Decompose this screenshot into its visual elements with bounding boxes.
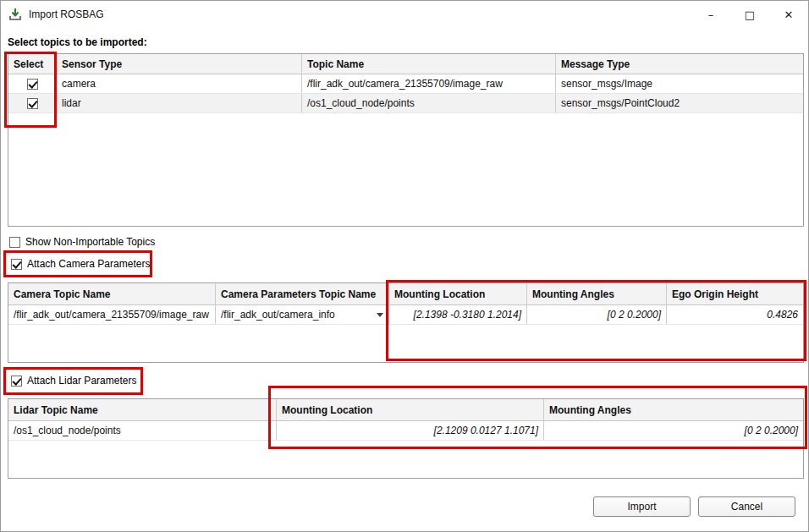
- show-non-importable-checkbox[interactable]: [9, 237, 20, 248]
- row-select-cell: [8, 94, 57, 112]
- camera-header-ego-origin-height[interactable]: Ego Origin Height: [667, 283, 803, 304]
- camera-params-topic-dropdown[interactable]: /flir_adk_out/camera_info: [216, 305, 389, 324]
- camera-table-header: Camera Topic Name Camera Parameters Topi…: [8, 283, 803, 305]
- table-row: /flir_adk_out/camera_21355709/image_raw …: [8, 305, 803, 325]
- table-row: /os1_cloud_node/points [2.1209 0.0127 1.…: [8, 421, 803, 441]
- topics-table-empty-area: [8, 113, 803, 226]
- topics-header-message-type[interactable]: Message Type: [556, 54, 803, 74]
- camera-mounting-location-cell[interactable]: [2.1398 -0.3180 1.2014]: [389, 305, 527, 324]
- camera-header-topic-name[interactable]: Camera Topic Name: [8, 283, 216, 304]
- sensor-type-cell: camera: [57, 74, 302, 93]
- window-title: Import ROSBAG: [29, 8, 104, 20]
- lidar-table-empty-area: [8, 441, 803, 478]
- camera-ego-origin-height-cell[interactable]: 0.4826: [667, 305, 803, 324]
- sensor-type-cell: lidar: [57, 94, 302, 112]
- attach-lidar-checkbox-row[interactable]: Attach Lidar Parameters: [11, 375, 136, 387]
- show-non-importable-label: Show Non-Importable Topics: [25, 236, 155, 248]
- maximize-button[interactable]: □: [730, 1, 769, 28]
- minimize-button[interactable]: –: [691, 1, 730, 28]
- attach-lidar-checkbox[interactable]: [11, 376, 22, 387]
- table-row[interactable]: camera /flir_adk_out/camera_21355709/ima…: [8, 74, 803, 94]
- import-rosbag-dialog: Import ROSBAG – □ ✕ Select topics to be …: [0, 0, 809, 532]
- attach-camera-checkbox-row[interactable]: Attach Camera Parameters: [11, 258, 150, 270]
- lidar-mounting-angles-cell[interactable]: [0 2 0.2000]: [544, 421, 803, 440]
- camera-header-mounting-angles[interactable]: Mounting Angles: [527, 283, 667, 304]
- lidar-table-header: Lidar Topic Name Mounting Location Mount…: [8, 399, 803, 421]
- message-type-cell: sensor_msgs/Image: [556, 74, 803, 93]
- attach-camera-checkbox[interactable]: [11, 259, 22, 270]
- topics-table: Select Sensor Type Topic Name Message Ty…: [8, 53, 804, 227]
- import-icon: [8, 8, 22, 21]
- row-select-cell: [8, 74, 57, 93]
- close-button[interactable]: ✕: [769, 1, 808, 28]
- camera-topic-cell: /flir_adk_out/camera_21355709/image_raw: [8, 305, 216, 324]
- lidar-params-table: Lidar Topic Name Mounting Location Mount…: [8, 398, 804, 479]
- topic-name-cell: /flir_adk_out/camera_21355709/image_raw: [302, 74, 556, 93]
- lidar-topic-cell: /os1_cloud_node/points: [8, 421, 277, 440]
- topic-name-cell: /os1_cloud_node/points: [302, 94, 556, 112]
- camera-header-mounting-location[interactable]: Mounting Location: [389, 283, 527, 304]
- lidar-mounting-location-cell[interactable]: [2.1209 0.0127 1.1071]: [277, 421, 544, 440]
- chevron-down-icon: [377, 313, 383, 317]
- show-non-importable-checkbox-row[interactable]: Show Non-Importable Topics: [9, 236, 155, 248]
- camera-params-table: Camera Topic Name Camera Parameters Topi…: [8, 282, 804, 363]
- cancel-button[interactable]: Cancel: [698, 496, 795, 517]
- topics-header-select[interactable]: Select: [8, 54, 57, 74]
- lidar-header-mounting-angles[interactable]: Mounting Angles: [544, 399, 803, 420]
- topics-header-topic-name[interactable]: Topic Name: [302, 54, 556, 74]
- topics-header-sensor-type[interactable]: Sensor Type: [57, 54, 302, 74]
- window-controls: – □ ✕: [691, 1, 808, 28]
- import-button[interactable]: Import: [593, 496, 691, 517]
- titlebar: Import ROSBAG – □ ✕: [1, 1, 808, 28]
- select-topics-label: Select topics to be imported:: [8, 36, 147, 48]
- camera-mounting-angles-cell[interactable]: [0 2 0.2000]: [527, 305, 667, 324]
- table-row[interactable]: lidar /os1_cloud_node/points sensor_msgs…: [8, 94, 803, 113]
- attach-lidar-label: Attach Lidar Parameters: [27, 375, 136, 387]
- lidar-header-topic-name[interactable]: Lidar Topic Name: [8, 399, 277, 420]
- camera-params-topic-value: /flir_adk_out/camera_info: [221, 309, 335, 321]
- attach-camera-label: Attach Camera Parameters: [27, 258, 150, 270]
- camera-header-params-topic[interactable]: Camera Parameters Topic Name: [216, 283, 389, 304]
- lidar-row-checkbox[interactable]: [27, 98, 38, 109]
- camera-row-checkbox[interactable]: [27, 79, 38, 90]
- topics-table-header: Select Sensor Type Topic Name Message Ty…: [8, 54, 803, 74]
- message-type-cell: sensor_msgs/PointCloud2: [556, 94, 803, 112]
- camera-table-empty-area: [8, 325, 803, 362]
- lidar-header-mounting-location[interactable]: Mounting Location: [277, 399, 544, 420]
